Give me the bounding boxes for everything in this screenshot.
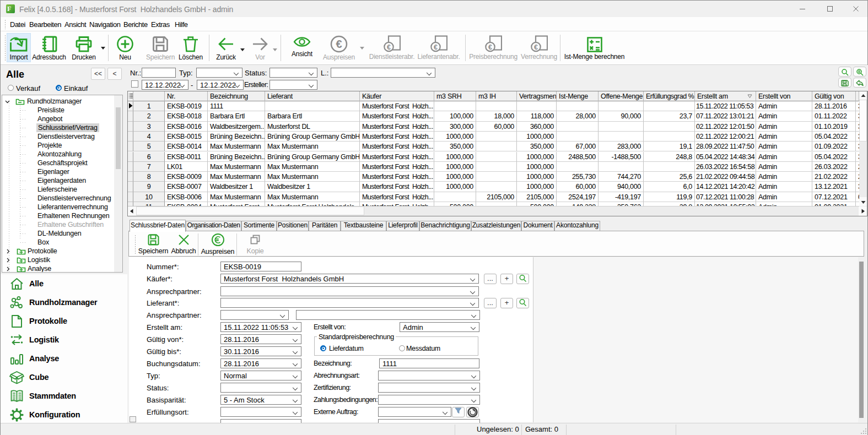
- svg-text:€: €: [488, 44, 492, 51]
- svg-text:€: €: [534, 44, 538, 51]
- svg-text:€: €: [434, 44, 438, 51]
- svg-text:€: €: [387, 44, 391, 51]
- svg-text:€: €: [336, 38, 342, 50]
